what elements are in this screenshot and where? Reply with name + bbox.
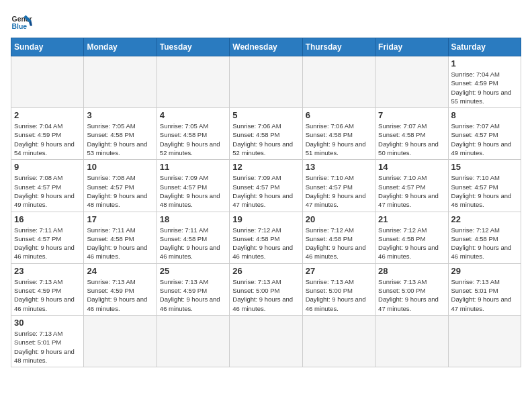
day-number: 10 [87, 162, 153, 172]
day-info: Sunrise: 7:04 AMSunset: 4:59 PMDaylight:… [14, 122, 81, 157]
calendar-day-cell [84, 56, 157, 108]
day-number: 20 [306, 214, 372, 224]
calendar-day-cell: 8Sunrise: 7:07 AMSunset: 4:57 PMDaylight… [448, 108, 521, 160]
calendar-day-cell: 14Sunrise: 7:10 AMSunset: 4:57 PMDayligh… [375, 160, 448, 212]
calendar-day-cell: 10Sunrise: 7:08 AMSunset: 4:57 PMDayligh… [84, 160, 157, 212]
day-number: 6 [306, 110, 372, 120]
calendar-day-cell: 22Sunrise: 7:12 AMSunset: 4:58 PMDayligh… [448, 212, 521, 263]
calendar-day-cell: 30Sunrise: 7:13 AMSunset: 5:01 PMDayligh… [11, 315, 84, 367]
day-header-thursday: Thursday [302, 38, 375, 56]
day-header-friday: Friday [375, 38, 448, 56]
day-info: Sunrise: 7:06 AMSunset: 4:58 PMDaylight:… [232, 122, 299, 157]
calendar-day-cell [302, 56, 375, 108]
calendar-day-cell: 2Sunrise: 7:04 AMSunset: 4:59 PMDaylight… [11, 108, 84, 160]
day-info: Sunrise: 7:11 AMSunset: 4:58 PMDaylight:… [160, 226, 226, 261]
calendar-header-row: SundayMondayTuesdayWednesdayThursdayFrid… [11, 38, 521, 56]
calendar-day-cell: 13Sunrise: 7:10 AMSunset: 4:57 PMDayligh… [302, 160, 375, 212]
day-info: Sunrise: 7:13 AMSunset: 5:00 PMDaylight:… [306, 277, 372, 313]
day-info: Sunrise: 7:08 AMSunset: 4:57 PMDaylight:… [14, 173, 81, 209]
day-number: 15 [451, 162, 518, 172]
day-info: Sunrise: 7:04 AMSunset: 4:59 PMDaylight:… [451, 70, 518, 105]
day-number: 21 [378, 214, 445, 224]
calendar-day-cell: 25Sunrise: 7:13 AMSunset: 4:59 PMDayligh… [157, 263, 229, 315]
day-header-monday: Monday [84, 38, 157, 56]
day-info: Sunrise: 7:13 AMSunset: 4:59 PMDaylight:… [14, 277, 81, 313]
calendar-day-cell: 15Sunrise: 7:10 AMSunset: 4:57 PMDayligh… [448, 160, 521, 212]
day-number: 7 [378, 110, 445, 120]
day-info: Sunrise: 7:06 AMSunset: 4:58 PMDaylight:… [306, 122, 372, 157]
calendar-day-cell [157, 315, 229, 367]
calendar-week-row: 1Sunrise: 7:04 AMSunset: 4:59 PMDaylight… [11, 56, 521, 108]
day-number: 9 [14, 162, 81, 172]
day-number: 8 [451, 110, 518, 120]
day-number: 13 [306, 162, 372, 172]
calendar-day-cell: 5Sunrise: 7:06 AMSunset: 4:58 PMDaylight… [230, 108, 302, 160]
calendar-day-cell: 23Sunrise: 7:13 AMSunset: 4:59 PMDayligh… [11, 263, 84, 315]
day-number: 12 [232, 162, 299, 172]
calendar-week-row: 30Sunrise: 7:13 AMSunset: 5:01 PMDayligh… [11, 315, 521, 367]
calendar-week-row: 16Sunrise: 7:11 AMSunset: 4:57 PMDayligh… [11, 212, 521, 263]
day-number: 24 [87, 266, 153, 276]
calendar-day-cell: 3Sunrise: 7:05 AMSunset: 4:58 PMDaylight… [84, 108, 157, 160]
day-info: Sunrise: 7:05 AMSunset: 4:58 PMDaylight:… [160, 122, 226, 157]
calendar-day-cell: 27Sunrise: 7:13 AMSunset: 5:00 PMDayligh… [302, 263, 375, 315]
day-info: Sunrise: 7:13 AMSunset: 5:00 PMDaylight:… [378, 277, 445, 313]
day-info: Sunrise: 7:05 AMSunset: 4:58 PMDaylight:… [87, 122, 153, 157]
day-info: Sunrise: 7:07 AMSunset: 4:57 PMDaylight:… [451, 122, 518, 157]
day-number: 3 [87, 110, 153, 120]
day-number: 22 [451, 214, 518, 224]
calendar-day-cell [448, 315, 521, 367]
calendar-table: SundayMondayTuesdayWednesdayThursdayFrid… [11, 38, 521, 367]
calendar-day-cell: 17Sunrise: 7:11 AMSunset: 4:58 PMDayligh… [84, 212, 157, 263]
day-number: 28 [378, 266, 445, 276]
day-info: Sunrise: 7:13 AMSunset: 4:59 PMDaylight:… [87, 277, 153, 313]
calendar-day-cell: 4Sunrise: 7:05 AMSunset: 4:58 PMDaylight… [157, 108, 229, 160]
calendar-day-cell: 19Sunrise: 7:12 AMSunset: 4:58 PMDayligh… [230, 212, 302, 263]
day-header-sunday: Sunday [11, 38, 84, 56]
day-info: Sunrise: 7:10 AMSunset: 4:57 PMDaylight:… [451, 173, 518, 209]
calendar-day-cell [157, 56, 229, 108]
svg-text:Blue: Blue [12, 23, 28, 30]
calendar-day-cell: 11Sunrise: 7:09 AMSunset: 4:57 PMDayligh… [157, 160, 229, 212]
day-header-wednesday: Wednesday [230, 38, 302, 56]
calendar-day-cell [375, 56, 448, 108]
day-number: 14 [378, 162, 445, 172]
day-number: 30 [14, 318, 81, 328]
header: General Blue [11, 11, 521, 32]
day-number: 19 [232, 214, 299, 224]
calendar-day-cell [11, 56, 84, 108]
day-number: 2 [14, 110, 81, 120]
calendar-day-cell: 20Sunrise: 7:12 AMSunset: 4:58 PMDayligh… [302, 212, 375, 263]
calendar-day-cell: 1Sunrise: 7:04 AMSunset: 4:59 PMDaylight… [448, 56, 521, 108]
day-header-saturday: Saturday [448, 38, 521, 56]
day-info: Sunrise: 7:08 AMSunset: 4:57 PMDaylight:… [87, 173, 153, 209]
day-number: 27 [306, 266, 372, 276]
calendar-day-cell: 24Sunrise: 7:13 AMSunset: 4:59 PMDayligh… [84, 263, 157, 315]
calendar-day-cell [375, 315, 448, 367]
calendar-day-cell: 28Sunrise: 7:13 AMSunset: 5:00 PMDayligh… [375, 263, 448, 315]
day-number: 17 [87, 214, 153, 224]
day-number: 23 [14, 266, 81, 276]
calendar-day-cell: 26Sunrise: 7:13 AMSunset: 5:00 PMDayligh… [230, 263, 302, 315]
day-header-tuesday: Tuesday [157, 38, 229, 56]
day-number: 1 [451, 58, 518, 68]
calendar-week-row: 2Sunrise: 7:04 AMSunset: 4:59 PMDaylight… [11, 108, 521, 160]
calendar-day-cell: 21Sunrise: 7:12 AMSunset: 4:58 PMDayligh… [375, 212, 448, 263]
day-number: 25 [160, 266, 226, 276]
calendar-day-cell: 12Sunrise: 7:09 AMSunset: 4:57 PMDayligh… [230, 160, 302, 212]
logo-icon: General Blue [11, 11, 32, 32]
day-number: 16 [14, 214, 81, 224]
day-number: 4 [160, 110, 226, 120]
day-info: Sunrise: 7:07 AMSunset: 4:58 PMDaylight:… [378, 122, 445, 157]
day-info: Sunrise: 7:09 AMSunset: 4:57 PMDaylight:… [232, 173, 299, 209]
day-info: Sunrise: 7:11 AMSunset: 4:57 PMDaylight:… [14, 226, 81, 261]
day-info: Sunrise: 7:10 AMSunset: 4:57 PMDaylight:… [306, 173, 372, 209]
calendar-day-cell [230, 315, 302, 367]
calendar-day-cell: 9Sunrise: 7:08 AMSunset: 4:57 PMDaylight… [11, 160, 84, 212]
day-number: 5 [232, 110, 299, 120]
calendar-day-cell: 29Sunrise: 7:13 AMSunset: 5:01 PMDayligh… [448, 263, 521, 315]
day-info: Sunrise: 7:13 AMSunset: 5:01 PMDaylight:… [451, 277, 518, 313]
day-number: 18 [160, 214, 226, 224]
day-info: Sunrise: 7:12 AMSunset: 4:58 PMDaylight:… [232, 226, 299, 261]
logo: General Blue [11, 11, 32, 32]
